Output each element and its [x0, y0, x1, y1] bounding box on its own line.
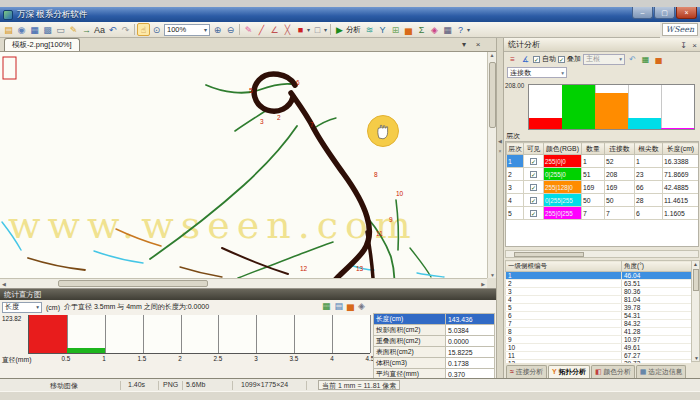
titlebar[interactable]: 万深 根系分析软件 –▢× — [0, 7, 700, 22]
edit-pencil-icon[interactable]: ✎ — [67, 23, 80, 36]
hand-pan-tool-icon[interactable]: ☝ — [137, 23, 150, 36]
pin-icon[interactable]: ↧ — [680, 39, 687, 52]
text-tool-icon[interactable]: Aa — [93, 23, 106, 36]
layer-cell[interactable]: 3 — [507, 181, 524, 194]
visible-cell[interactable]: ✓ — [524, 181, 544, 194]
table-row[interactable]: 263.51 — [506, 280, 692, 288]
table-row[interactable]: 841.28 — [506, 328, 692, 336]
table-horizontal-scrollbar[interactable] — [505, 250, 699, 258]
scroll-down-icon[interactable]: ▼ — [694, 355, 699, 361]
visible-cell[interactable]: ✓ — [524, 155, 544, 168]
overlay-checkbox[interactable]: ✓ — [558, 56, 565, 63]
table-row[interactable]: 380.36 — [506, 288, 692, 296]
layers-icon[interactable]: ≡ — [507, 55, 518, 64]
excel-export-icon[interactable]: ▦ — [640, 55, 651, 64]
color-picker-dropdown-caret[interactable]: ▾ — [307, 26, 310, 33]
layer-cell[interactable]: 1 — [507, 155, 524, 168]
mark-erase-icon[interactable]: ╳ — [281, 23, 294, 36]
table-row[interactable]: 4✓0|255|25550502811.4615 — [507, 194, 699, 207]
angle-table-scrollbar[interactable]: ▲ ▼ — [691, 260, 700, 362]
chart-icon[interactable]: ▅ — [653, 55, 664, 64]
table-row[interactable]: 5✓255|0|2557761.1605 — [507, 207, 699, 220]
visible-checkbox[interactable]: ✓ — [530, 158, 537, 165]
redo-icon[interactable]: ↷ — [119, 23, 132, 36]
table-row[interactable]: 1167.27 — [506, 352, 692, 360]
scroll-up-icon[interactable]: ▲ — [490, 52, 495, 58]
table-row[interactable]: 3✓255|128|01691696642.4885 — [507, 181, 699, 194]
table-row[interactable]: 654.31 — [506, 312, 692, 320]
mark-angle-icon[interactable]: ∠ — [268, 23, 281, 36]
undo-icon[interactable]: ↶ — [627, 55, 638, 64]
undo-icon[interactable]: ↶ — [106, 23, 119, 36]
document-tab[interactable]: 模板-2.png[100%] — [4, 38, 80, 51]
metric-combobox[interactable]: 连接数 ▾ — [507, 67, 567, 78]
table-row[interactable]: 投影面积(cm2)5.0384 — [374, 325, 495, 336]
layer-cell[interactable]: 2 — [507, 168, 524, 181]
visible-cell[interactable]: ✓ — [524, 168, 544, 181]
zoom-in-icon[interactable]: ⊕ — [211, 23, 224, 36]
layer-table[interactable]: 层次可见颜色(RGB)数量连接数根尖数长度(cm) 1✓255|0|015211… — [506, 142, 699, 220]
image-export-icon[interactable]: ▤ — [335, 301, 344, 311]
shape-picker-dropdown[interactable]: □ — [311, 23, 324, 36]
tab-close-icon[interactable]: × — [472, 40, 484, 49]
scroll-thumb[interactable] — [693, 269, 699, 291]
table-row[interactable]: 539.78 — [506, 304, 692, 312]
color-picker-dropdown[interactable]: ■ — [294, 23, 307, 36]
scroll-right-icon[interactable]: ▶ — [481, 281, 485, 287]
open-folder-icon[interactable]: ▤ — [2, 23, 15, 36]
scroll-left-icon[interactable]: ◀ — [2, 281, 6, 287]
auto-checkbox[interactable]: ✓ — [533, 56, 540, 63]
metric-combobox[interactable]: 长度 ▾ — [2, 302, 42, 313]
minimize-button[interactable]: – — [632, 7, 653, 19]
topology-tool-icon[interactable]: Y — [376, 23, 389, 36]
tab-颜色分析[interactable]: ◧颜色分析 — [591, 365, 635, 378]
stats-icon[interactable]: Σ — [415, 23, 428, 36]
save-icon[interactable]: ▦ — [28, 23, 41, 36]
visible-checkbox[interactable]: ✓ — [530, 197, 537, 204]
scroll-thumb[interactable] — [514, 252, 584, 257]
run-analysis-label[interactable]: 分析 — [346, 25, 361, 35]
table-row[interactable]: 体积(cm3)0.1738 — [374, 358, 495, 369]
angle-table[interactable]: 一级侧根编号 角度(°) 146.04263.51380.36481.04539… — [505, 260, 692, 368]
mark-length-icon[interactable]: ✎ — [242, 23, 255, 36]
zoom-out-icon[interactable]: ⊖ — [224, 23, 237, 36]
table-row[interactable]: 481.04 — [506, 296, 692, 304]
visible-checkbox[interactable]: ✓ — [530, 210, 537, 217]
bar-chart-icon[interactable]: ▅ — [402, 23, 415, 36]
layer-cell[interactable]: 4 — [507, 194, 524, 207]
visible-checkbox[interactable]: ✓ — [530, 171, 537, 178]
table-row[interactable]: 1049.61 — [506, 344, 692, 352]
acquire-image-icon[interactable]: ◉ — [15, 23, 28, 36]
collapse-panel-icon[interactable]: ◀ — [498, 138, 502, 144]
canvas-vertical-scrollbar[interactable]: ▲ ▼ — [487, 52, 496, 278]
grid-view-icon[interactable]: ▦ — [441, 23, 454, 36]
calibrate-icon[interactable]: ⊞ — [389, 23, 402, 36]
table-row[interactable]: 1✓255|0|0152116.3388 — [507, 155, 699, 168]
visible-cell[interactable]: ✓ — [524, 207, 544, 220]
tab-连接分析[interactable]: ≈连接分析 — [506, 365, 547, 378]
table-row[interactable]: 表面积(cm2)15.8225 — [374, 347, 495, 358]
table-row[interactable]: 910.97 — [506, 336, 692, 344]
maximize-button[interactable]: ▢ — [654, 7, 675, 19]
table-row[interactable]: 长度(cm)143.436 — [374, 314, 495, 325]
scroll-thumb[interactable] — [489, 62, 496, 128]
scroll-up-icon[interactable]: ▲ — [693, 261, 698, 267]
shape-picker-dropdown-caret[interactable]: ▾ — [324, 26, 327, 33]
save-all-icon[interactable]: ▩ — [41, 23, 54, 36]
excel-export-icon[interactable]: ▦ — [322, 301, 331, 311]
scroll-thumb[interactable] — [58, 280, 208, 287]
root-type-combobox[interactable]: 主根 ▾ — [583, 54, 625, 65]
tab-list-dropdown-icon[interactable]: ▾ — [458, 40, 470, 49]
close-panel-icon[interactable]: × — [499, 148, 502, 154]
table-row[interactable]: 146.04 — [506, 272, 692, 280]
close-icon[interactable]: × — [692, 39, 697, 52]
help-icon[interactable]: ? — [454, 23, 467, 36]
export-icon[interactable]: → — [80, 23, 93, 36]
canvas-horizontal-scrollbar[interactable]: ◀ ▶ — [0, 278, 487, 288]
table-row[interactable]: 784.32 — [506, 320, 692, 328]
run-analysis-button[interactable]: ▶ — [333, 23, 346, 36]
mark-segment-icon[interactable]: ╱ — [255, 23, 268, 36]
settings-icon[interactable]: ◈ — [358, 301, 365, 311]
print-icon[interactable]: ▭ — [54, 23, 67, 36]
visible-cell[interactable]: ✓ — [524, 194, 544, 207]
